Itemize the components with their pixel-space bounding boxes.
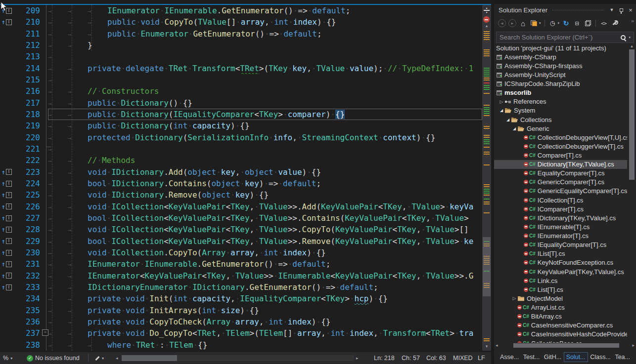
code-text[interactable]: →→public·Dictionary(int·capacity)·{}	[48, 120, 482, 131]
panel-horizontal-scrollbar[interactable]: ◂ ▸	[494, 342, 636, 349]
code-editor[interactable]: ↑I209→→→IEnumerator·IEnumerable.GetEnume…	[0, 0, 491, 364]
code-text[interactable]: →→IDictionaryEnumerator·IDictionary.GetE…	[48, 282, 482, 293]
caret-down-icon[interactable]: ▾	[539, 21, 541, 25]
code-text[interactable]: →→void·ICollection<KeyValuePair<TKey,·TV…	[48, 224, 482, 235]
code-text[interactable]: →→//·Constructors	[48, 85, 482, 97]
expander-expanded-icon[interactable]: ◢	[499, 108, 504, 113]
scroll-left-icon[interactable]: ◂	[496, 343, 498, 348]
inheritance-arrow-icon[interactable]: ↑	[1, 226, 5, 233]
code-line-217[interactable]: 217→→public·Dictionary()·{}	[0, 97, 491, 109]
code-line-230[interactable]: ↑I230→→void·ICollection.CopyTo(Array·arr…	[0, 247, 491, 258]
view-code-button[interactable]: <>	[599, 19, 608, 28]
code-line-231[interactable]: ↑I231→→IEnumerator·IEnumerable.GetEnumer…	[0, 258, 491, 270]
code-text[interactable]: →→void·ICollection<KeyValuePair<TKey,·TV…	[48, 201, 482, 212]
expander-expanded-icon[interactable]: ◢	[511, 126, 517, 131]
tree-item-keynotfoundexception-cs[interactable]: C#KeyNotFoundException.cs	[494, 258, 627, 267]
tree-item-comparer-t-cs[interactable]: C#Comparer[T].cs	[494, 151, 627, 160]
collapse-all-button[interactable]: ⊟	[573, 19, 581, 28]
status-eol[interactable]: LF	[478, 352, 485, 364]
code-text[interactable]: →→private·void·Do_CopyTo<TRet,·TElem>(TE…	[48, 327, 482, 339]
inheritance-arrow-icon[interactable]: ↑	[1, 19, 5, 25]
inheritance-arrow-icon[interactable]: ↑	[1, 180, 5, 187]
window-position-icon[interactable]: ▼	[608, 6, 616, 14]
code-line-235[interactable]: 235→→private·void·InitArrays(int·size)·{…	[0, 305, 491, 316]
preview-selected-items-button[interactable]	[584, 19, 592, 28]
code-text[interactable]: →→→where·TRet·:·TElem·{}	[48, 339, 482, 351]
tree-item-ienumerable-t-cs[interactable]: C#IEnumerable[T].cs	[494, 222, 627, 231]
tree-item-icomparer-t-cs[interactable]: C#IComparer[T].cs	[494, 204, 627, 213]
code-line-209[interactable]: ↑I209→→→IEnumerator·IEnumerable.GetEnume…	[0, 5, 491, 16]
scroll-up-icon[interactable]: ▴	[482, 23, 491, 28]
implements-interface-icon[interactable]: I	[6, 227, 12, 233]
close-icon[interactable]: ×	[627, 6, 635, 14]
inheritance-arrow-icon[interactable]: ↑	[1, 192, 5, 198]
tree-item-list-t-cs[interactable]: C#List[T].cs	[494, 285, 627, 294]
code-line-234[interactable]: 234→→private·void·Init(int·capacity,·IEq…	[0, 293, 491, 304]
code-line-223[interactable]: ↑I223→→void·IDictionary.Add(object·key,·…	[0, 166, 491, 178]
tree-item-collections[interactable]: ◢Collections	[494, 115, 627, 124]
tree-item-collectiondebuggerview-t-cs[interactable]: C#CollectionDebuggerView[T].cs	[494, 142, 627, 151]
scrollbar-thumb[interactable]	[483, 237, 491, 296]
code-text[interactable]: →→private·void·InitArrays(int·size)·{}	[48, 305, 482, 316]
code-text[interactable]: →→private·void·Init(int·capacity,·IEqual…	[48, 293, 482, 304]
tree-item-generic[interactable]: ◢Generic	[494, 124, 627, 133]
tree-item-assembly-csharp-firstpass[interactable]: Assembly-CSharp-firstpass	[494, 61, 627, 70]
scroll-down-icon[interactable]: ▾	[482, 344, 491, 349]
inheritance-arrow-icon[interactable]: ↑	[1, 215, 5, 221]
implements-interface-icon[interactable]: I	[6, 203, 12, 209]
code-line-213[interactable]: 213→	[0, 51, 491, 62]
panel-title-bar[interactable]: Solution Explorer ▼ ×	[494, 4, 636, 16]
code-text[interactable]: →→bool·IDictionary.Contains(object·key)·…	[48, 178, 482, 189]
implements-interface-icon[interactable]: I	[6, 250, 12, 256]
code-text[interactable]: →→→public·void·CopyTo(TValue[]·array,·in…	[48, 16, 482, 28]
implements-interface-icon[interactable]: I	[6, 181, 12, 187]
code-text[interactable]: →→→IEnumerator·IEnumerable.GetEnumerator…	[48, 5, 482, 16]
code-text[interactable]: →→private·delegate·TRet·Transform<TRet>(…	[48, 63, 482, 74]
code-line-233[interactable]: ↑I233→→IDictionaryEnumerator·IDictionary…	[0, 282, 491, 293]
tree-item-references[interactable]: ▷References	[494, 97, 627, 106]
panel-tab-class[interactable]: Class...	[588, 353, 613, 362]
hscroll-left-button[interactable]: ◂	[116, 352, 118, 364]
toolbar-overflow-icon[interactable]: »	[631, 18, 634, 24]
search-box[interactable]: ▾	[496, 32, 634, 43]
code-line-222[interactable]: 222→→//·Methods	[0, 155, 491, 166]
code-line-214[interactable]: 214→→private·delegate·TRet·Transform<TRe…	[0, 63, 491, 74]
tree-item-assembly-csharp[interactable]: Assembly-CSharp	[494, 52, 627, 61]
caret-down-icon[interactable]: ▾	[558, 21, 560, 25]
tree-item-genericequalitycomparer-t-cs[interactable]: C#GenericEqualityComparer[T].cs	[494, 187, 627, 196]
code-line-226[interactable]: ↑I226→→void·ICollection<KeyValuePair<TKe…	[0, 201, 491, 212]
code-text[interactable]: →→IEnumerator·IEnumerable.GetEnumerator(…	[48, 258, 482, 270]
tree-item-caseinsensitivehashcodeprovider-cs[interactable]: C#CaseInsensitiveHashCodeProvider.cs	[494, 330, 627, 339]
formatting-control[interactable]: ▾	[95, 352, 104, 364]
inheritance-arrow-icon[interactable]: ↑	[1, 249, 5, 256]
tree-item-mscorlib[interactable]: mscorlib	[494, 88, 627, 97]
status-encoding[interactable]: MIXED	[453, 352, 473, 364]
code-text[interactable]: →→}	[48, 40, 482, 51]
tree-item-caseinsensitivecomparer-cs[interactable]: C#CaseInsensitiveComparer.cs	[494, 321, 627, 330]
code-text[interactable]: →→void·IDictionary.Remove(object·key)·{}	[48, 189, 482, 201]
tree-item-objectmodel[interactable]: ▷ObjectModel	[494, 294, 627, 303]
panel-tab-gith[interactable]: GitH...	[542, 353, 563, 362]
issues-indicator[interactable]: ✓ No issues found	[27, 352, 80, 364]
tree-item-icsharpcode-sharpziplib[interactable]: ICSharpCode.SharpZipLib	[494, 79, 627, 88]
tree-item-keyvaluepair-tkey-tvalue-cs[interactable]: C#KeyValuePair[TKey,TValue].cs	[494, 267, 627, 276]
tree-item-idictionary-tkey-tvalue-cs[interactable]: C#IDictionary[TKey,TValue].cs	[494, 213, 627, 222]
tree-item-genericcomparer-t-cs[interactable]: C#GenericComparer[T].cs	[494, 178, 627, 187]
tree-item-system[interactable]: ◢System	[494, 106, 627, 115]
back-button[interactable]: ◄	[498, 19, 506, 27]
code-line-210[interactable]: ↑I210→→→public·void·CopyTo(TValue[]·arra…	[0, 16, 491, 28]
forward-button[interactable]: ►	[508, 19, 516, 27]
inheritance-arrow-icon[interactable]: ↑	[1, 238, 5, 244]
implements-interface-icon[interactable]: I	[6, 273, 12, 279]
panel-tab-asse[interactable]: Asse...	[498, 353, 521, 362]
inheritance-arrow-icon[interactable]: ↑	[1, 203, 5, 210]
panel-hscrollbar-thumb[interactable]	[513, 343, 619, 348]
implements-interface-icon[interactable]: I	[6, 238, 12, 244]
home-button[interactable]: ⌂	[519, 19, 527, 28]
panel-tab-test[interactable]: Test...	[521, 353, 542, 362]
code-line-219[interactable]: 219→→public·Dictionary(int·capacity)·{}	[0, 120, 491, 131]
code-text[interactable]: →→void·IDictionary.Add(object·key,·objec…	[48, 166, 482, 178]
fold-collapse-icon[interactable]: −	[42, 329, 48, 336]
code-line-224[interactable]: ↑I224→→bool·IDictionary.Contains(object·…	[0, 178, 491, 189]
caret-down-icon[interactable]: ▾	[629, 36, 631, 40]
